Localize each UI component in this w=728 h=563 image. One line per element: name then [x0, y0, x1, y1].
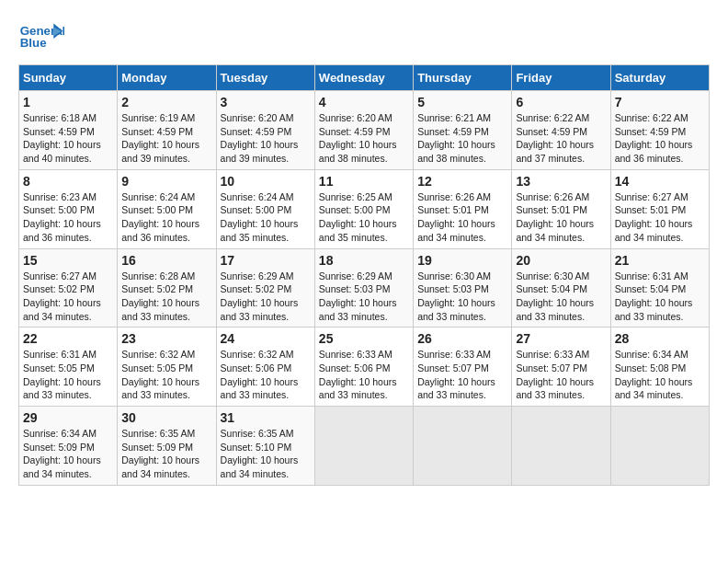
- daylight-label: Daylight: 10 hours: [23, 139, 101, 150]
- calendar-header-row: SundayMondayTuesdayWednesdayThursdayFrid…: [19, 65, 710, 91]
- day-number: 30: [121, 410, 211, 425]
- day-cell: 16 Sunrise: 6:28 AM Sunset: 5:02 PM Dayl…: [118, 248, 216, 327]
- daylight-detail: and 33 minutes.: [121, 311, 190, 322]
- day-content: Sunrise: 6:25 AM Sunset: 5:00 PM Dayligh…: [319, 190, 409, 245]
- sunset-label: Sunset: 5:04 PM: [615, 283, 687, 294]
- day-content: Sunrise: 6:33 AM Sunset: 5:07 PM Dayligh…: [516, 348, 606, 402]
- day-cell: 20 Sunrise: 6:30 AM Sunset: 5:04 PM Dayl…: [512, 248, 610, 327]
- day-content: Sunrise: 6:22 AM Sunset: 4:59 PM Dayligh…: [615, 111, 705, 166]
- sunrise-label: Sunrise: 6:26 AM: [516, 191, 589, 202]
- sunset-label: Sunset: 5:05 PM: [23, 362, 95, 373]
- day-number: 3: [221, 95, 311, 109]
- daylight-label: Daylight: 10 hours: [417, 139, 495, 150]
- sunset-label: Sunset: 4:59 PM: [417, 126, 489, 137]
- daylight-label: Daylight: 10 hours: [615, 297, 693, 308]
- daylight-detail: and 34 minutes.: [615, 389, 684, 400]
- daylight-label: Daylight: 10 hours: [615, 218, 693, 229]
- day-number: 13: [516, 174, 606, 189]
- day-number: 10: [221, 174, 311, 189]
- header-wednesday: Wednesday: [314, 65, 413, 91]
- sunrise-label: Sunrise: 6:33 AM: [417, 349, 491, 360]
- day-content: Sunrise: 6:31 AM Sunset: 5:04 PM Dayligh…: [615, 270, 705, 324]
- day-cell: 1 Sunrise: 6:18 AM Sunset: 4:59 PM Dayli…: [19, 91, 118, 170]
- daylight-detail: and 36 minutes.: [121, 232, 190, 243]
- daylight-detail: and 34 minutes.: [23, 468, 92, 479]
- day-number: 1: [23, 95, 113, 109]
- sunrise-label: Sunrise: 6:33 AM: [319, 349, 392, 360]
- daylight-label: Daylight: 10 hours: [221, 297, 299, 308]
- sunrise-label: Sunrise: 6:34 AM: [615, 349, 688, 360]
- day-cell: 25 Sunrise: 6:33 AM Sunset: 5:06 PM Dayl…: [314, 327, 413, 407]
- sunset-label: Sunset: 5:09 PM: [23, 442, 95, 453]
- sunrise-label: Sunrise: 6:24 AM: [221, 191, 294, 202]
- day-cell: 17 Sunrise: 6:29 AM Sunset: 5:02 PM Dayl…: [216, 248, 314, 327]
- daylight-detail: and 36 minutes.: [23, 232, 92, 243]
- day-content: Sunrise: 6:20 AM Sunset: 4:59 PM Dayligh…: [221, 111, 311, 166]
- week-row-3: 15 Sunrise: 6:27 AM Sunset: 5:02 PM Dayl…: [19, 248, 710, 327]
- sunrise-label: Sunrise: 6:31 AM: [23, 349, 97, 360]
- day-cell: [610, 407, 709, 486]
- day-number: 29: [23, 410, 113, 425]
- day-number: 23: [121, 331, 211, 346]
- day-cell: 14 Sunrise: 6:27 AM Sunset: 5:01 PM Dayl…: [610, 169, 709, 248]
- daylight-detail: and 33 minutes.: [121, 389, 190, 400]
- day-number: 8: [23, 174, 113, 189]
- day-cell: 19 Sunrise: 6:30 AM Sunset: 5:03 PM Dayl…: [414, 248, 512, 327]
- day-content: Sunrise: 6:34 AM Sunset: 5:09 PM Dayligh…: [23, 427, 113, 481]
- header-monday: Monday: [118, 65, 216, 91]
- day-cell: 29 Sunrise: 6:34 AM Sunset: 5:09 PM Dayl…: [19, 407, 118, 486]
- sunrise-label: Sunrise: 6:25 AM: [319, 191, 392, 202]
- day-number: 12: [417, 174, 507, 189]
- day-number: 22: [23, 331, 113, 346]
- daylight-label: Daylight: 10 hours: [417, 218, 495, 229]
- daylight-detail: and 35 minutes.: [319, 232, 388, 243]
- day-cell: 13 Sunrise: 6:26 AM Sunset: 5:01 PM Dayl…: [512, 169, 610, 248]
- day-number: 17: [221, 253, 311, 268]
- day-content: Sunrise: 6:26 AM Sunset: 5:01 PM Dayligh…: [417, 190, 507, 245]
- day-number: 11: [319, 174, 409, 189]
- sunrise-label: Sunrise: 6:19 AM: [121, 112, 195, 123]
- day-number: 21: [615, 253, 705, 268]
- header-tuesday: Tuesday: [216, 65, 314, 91]
- day-cell: 21 Sunrise: 6:31 AM Sunset: 5:04 PM Dayl…: [610, 248, 709, 327]
- day-cell: 22 Sunrise: 6:31 AM Sunset: 5:05 PM Dayl…: [19, 327, 118, 407]
- day-cell: 12 Sunrise: 6:26 AM Sunset: 5:01 PM Dayl…: [414, 169, 512, 248]
- sunrise-label: Sunrise: 6:30 AM: [516, 270, 589, 282]
- daylight-detail: and 34 minutes.: [417, 232, 486, 243]
- day-number: 6: [516, 95, 606, 109]
- daylight-detail: and 34 minutes.: [516, 232, 585, 243]
- sunrise-label: Sunrise: 6:28 AM: [121, 270, 195, 282]
- day-cell: 31 Sunrise: 6:35 AM Sunset: 5:10 PM Dayl…: [216, 407, 314, 486]
- day-cell: 26 Sunrise: 6:33 AM Sunset: 5:07 PM Dayl…: [414, 327, 512, 407]
- day-cell: 18 Sunrise: 6:29 AM Sunset: 5:03 PM Dayl…: [314, 248, 413, 327]
- day-cell: 30 Sunrise: 6:35 AM Sunset: 5:09 PM Dayl…: [118, 407, 216, 486]
- daylight-label: Daylight: 10 hours: [319, 139, 397, 150]
- day-cell: 3 Sunrise: 6:20 AM Sunset: 4:59 PM Dayli…: [216, 91, 314, 170]
- day-number: 19: [417, 253, 507, 268]
- daylight-label: Daylight: 10 hours: [417, 376, 495, 387]
- daylight-label: Daylight: 10 hours: [516, 376, 594, 387]
- week-row-2: 8 Sunrise: 6:23 AM Sunset: 5:00 PM Dayli…: [19, 169, 710, 248]
- day-number: 24: [221, 331, 311, 346]
- day-content: Sunrise: 6:22 AM Sunset: 4:59 PM Dayligh…: [516, 111, 606, 166]
- day-content: Sunrise: 6:35 AM Sunset: 5:09 PM Dayligh…: [121, 427, 211, 481]
- day-cell: 11 Sunrise: 6:25 AM Sunset: 5:00 PM Dayl…: [314, 169, 413, 248]
- sunset-label: Sunset: 4:59 PM: [615, 126, 687, 137]
- daylight-detail: and 34 minutes.: [615, 232, 684, 243]
- day-cell: 27 Sunrise: 6:33 AM Sunset: 5:07 PM Dayl…: [512, 327, 610, 407]
- day-cell: 28 Sunrise: 6:34 AM Sunset: 5:08 PM Dayl…: [610, 327, 709, 407]
- sunset-label: Sunset: 5:10 PM: [221, 442, 292, 453]
- logo-icon: General Blue: [18, 18, 64, 55]
- day-number: 26: [417, 331, 507, 346]
- header-thursday: Thursday: [414, 65, 512, 91]
- day-cell: [512, 407, 610, 486]
- daylight-detail: and 34 minutes.: [23, 311, 92, 322]
- sunrise-label: Sunrise: 6:20 AM: [221, 112, 294, 123]
- day-content: Sunrise: 6:21 AM Sunset: 4:59 PM Dayligh…: [417, 111, 507, 166]
- sunrise-label: Sunrise: 6:32 AM: [121, 349, 195, 360]
- sunset-label: Sunset: 5:01 PM: [516, 204, 587, 215]
- daylight-label: Daylight: 10 hours: [516, 297, 594, 308]
- day-cell: 24 Sunrise: 6:32 AM Sunset: 5:06 PM Dayl…: [216, 327, 314, 407]
- sunset-label: Sunset: 4:59 PM: [121, 126, 193, 137]
- sunset-label: Sunset: 5:00 PM: [23, 204, 95, 215]
